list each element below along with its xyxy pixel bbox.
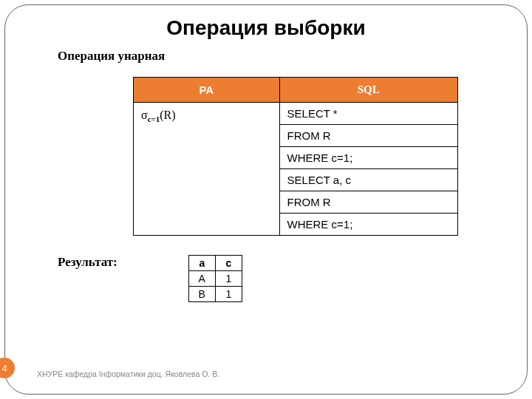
page-title: Операция выборки	[37, 16, 495, 40]
result-table: a c A 1 B 1	[188, 255, 242, 302]
sql2-line3: WHERE c=1;	[279, 214, 457, 236]
sql2-line2: FROM R	[279, 191, 457, 214]
result-label: Результат:	[58, 255, 117, 270]
table-row: a c	[188, 256, 242, 271]
header-sql: SQL	[279, 78, 457, 103]
header-ra: РА	[134, 78, 280, 103]
footer-text: ХНУРЕ кафедра Інформатики доц. Яковлева …	[37, 369, 219, 378]
ra-expression: σc=1(R)	[134, 103, 280, 236]
sql1-line1: SELECT *	[279, 103, 457, 125]
table-row: A 1	[188, 271, 242, 287]
ra-sql-table: РА SQL σc=1(R) SELECT * FROM R WHERE c=1…	[133, 77, 458, 236]
slide-number: 4	[0, 358, 15, 378]
sql1-line2: FROM R	[279, 125, 457, 147]
sql2-line1: SELECT a, c	[279, 169, 457, 191]
subtitle: Операция унарная	[58, 49, 495, 64]
table-row: B 1	[188, 287, 242, 302]
sql1-line3: WHERE c=1;	[279, 147, 457, 169]
